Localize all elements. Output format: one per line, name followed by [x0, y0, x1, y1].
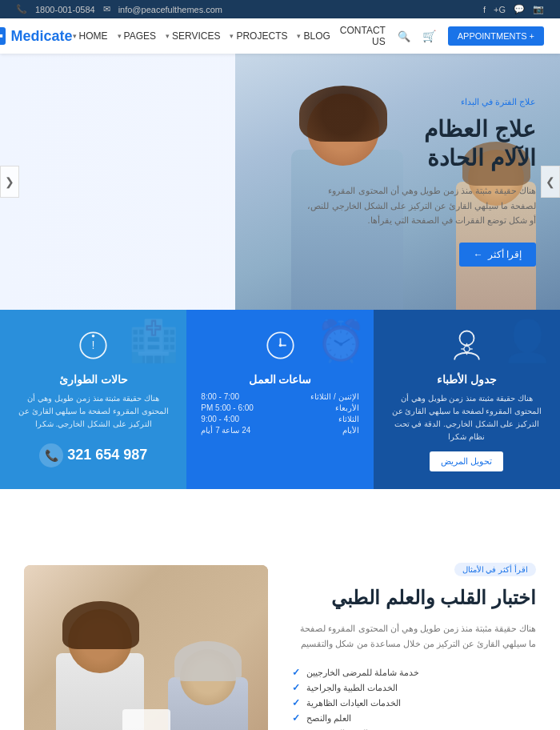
- nav-blog[interactable]: BLOG ▾: [297, 30, 330, 42]
- emergency-bg-icon: 🏥: [129, 318, 178, 364]
- checklist-item-3: الخدمات العيادات الظاهرية ✓: [292, 697, 536, 708]
- nav-right: + APPOINTMENTS 🛒 🔍 CONTACT US BLOG ▾ PRO…: [73, 25, 544, 47]
- hours-time-2: PM 5:00 - 6:00: [201, 403, 254, 412]
- svg-point-1: [464, 346, 470, 351]
- hours-table: الإثنين / الثلاثاء 7:00 - 8:00 الأربعاء …: [201, 392, 358, 435]
- cards-row: 👤 جدول الأطباء هناك حقيقة مثبتة منذ زمن …: [0, 310, 560, 489]
- svg-text:!: !: [92, 339, 95, 351]
- top-bar-right: info@peacefulthemes.com ✉ 1800-001-0584 …: [16, 4, 222, 14]
- working-hours-title: ساعات العمل: [201, 373, 358, 386]
- logo-text: Medicate: [10, 28, 72, 45]
- phone-circle-icon: 📞: [39, 443, 63, 467]
- hero-title-line2: الآلام الحادة: [427, 146, 536, 170]
- checklist-text-3: الخدمات العيادات الظاهرية: [306, 698, 401, 708]
- heart-checklist: خدمة شاملة للمرضى الخارجيين ✓ الخدمات ال…: [292, 667, 536, 730]
- hours-time-3: 4:00 - 9:00: [201, 415, 239, 423]
- doctor-schedule-card: 👤 جدول الأطباء هناك حقيقة مثبتة منذ زمن …: [374, 310, 560, 489]
- emergency-card: 🏥 ! حالات الطوارئ هناك حقيقة مثبتة منذ ز…: [0, 310, 186, 489]
- hero-content: علاج الفترة في البداء علاج العظام الآلام…: [280, 97, 560, 267]
- email-icon: ✉: [103, 4, 110, 14]
- hours-row-3: الثلاثاء 4:00 - 9:00: [201, 415, 358, 423]
- nav-links: CONTACT US BLOG ▾ PROJECTS ▾ SERVICES ▾ …: [73, 25, 386, 47]
- hours-day-4: الأيام: [342, 426, 359, 435]
- top-bar: 📷 💬 G+ f info@peacefulthemes.com ✉ 1800-…: [0, 0, 560, 18]
- emergency-desc: هناك حقيقة مثبتة منذ زمن طويل وهي أن الم…: [14, 392, 172, 431]
- doctor-schedule-title: جدول الأطباء: [388, 373, 546, 386]
- check-icon-1: ✓: [292, 667, 300, 678]
- hero-section: ❮ ❯ علاج الفترة في البداء علاج العظام ال…: [0, 54, 560, 310]
- doctor-schedule-btn[interactable]: تحويل المريض: [430, 451, 503, 471]
- hours-row-1: الإثنين / الثلاثاء 7:00 - 8:00: [201, 392, 358, 401]
- email-text: info@peacefulthemes.com: [118, 5, 222, 14]
- checklist-item-2: الخدمات الطبية والجراحية ✓: [292, 682, 536, 693]
- hero-label: علاج الفترة في البداء: [304, 97, 536, 107]
- doctor-schedule-desc: هناك حقيقة مثبتة منذ زمن طويل وهي أن الم…: [388, 392, 546, 443]
- check-icon-4: ✓: [292, 712, 300, 724]
- hero-title-line1: علاج العظام: [424, 117, 536, 142]
- hero-read-more-button[interactable]: إقرا أكثر ←: [459, 243, 536, 267]
- hours-day-1: الإثنين / الثلاثاء: [310, 392, 358, 401]
- heart-section-image: [24, 565, 268, 730]
- cart-icon[interactable]: 🛒: [422, 30, 436, 42]
- google-plus-icon[interactable]: G+: [494, 5, 506, 14]
- search-icon[interactable]: 🔍: [398, 30, 410, 42]
- check-icon-3: ✓: [292, 697, 300, 708]
- svg-point-12: [92, 335, 95, 338]
- checklist-item-1: خدمة شاملة للمرضى الخارجيين ✓: [292, 667, 536, 678]
- emergency-icon: !: [75, 327, 111, 363]
- heart-section-label: اقرأ أكثر في الأمثال: [454, 563, 536, 576]
- doctor-icon: [449, 327, 485, 363]
- heart-section-desc: هناك حقيقة مثبتة منذ زمن طويل وهي أن الم…: [292, 621, 536, 653]
- card-bg-icon: 👤: [502, 318, 552, 364]
- nav-services[interactable]: SERVICES ▾: [166, 30, 220, 42]
- checklist-text-4: العلم والنصح: [306, 713, 351, 724]
- emergency-title: حالات الطوارئ: [14, 373, 172, 386]
- checklist-text-1: خدمة شاملة للمرضى الخارجيين: [306, 668, 419, 678]
- hours-time-4: 24 ساعة 7 أيام: [201, 426, 250, 435]
- navbar: + APPOINTMENTS 🛒 🔍 CONTACT US BLOG ▾ PRO…: [0, 18, 560, 54]
- hero-btn-label: إقرا أكثر: [488, 249, 522, 260]
- check-icon-2: ✓: [292, 682, 300, 693]
- top-bar-left: 📷 💬 G+ f: [483, 4, 544, 14]
- heart-test-section: اقرأ أكثر في الأمثال اختبار القلب والعلم…: [0, 521, 560, 730]
- hours-bg-icon: ⏰: [316, 318, 366, 364]
- hero-btn-arrow: ←: [474, 249, 483, 260]
- logo-cross-icon: ✚: [0, 27, 6, 45]
- emergency-phone: 321 654 987: [67, 447, 147, 463]
- nav-contact[interactable]: CONTACT US: [340, 25, 386, 47]
- nav-projects[interactable]: PROJECTS ▾: [230, 30, 287, 42]
- nav-home[interactable]: HOME ▾: [73, 30, 108, 42]
- hero-next-button[interactable]: ❯: [541, 166, 560, 198]
- nav-pages[interactable]: PAGES ▾: [118, 30, 156, 42]
- phone-icon: 📞: [16, 4, 27, 14]
- messenger-icon[interactable]: 💬: [514, 4, 525, 14]
- phone-text: 1800-001-0584: [35, 5, 95, 14]
- instagram-icon[interactable]: 📷: [533, 4, 544, 14]
- appointments-button[interactable]: + APPOINTMENTS: [448, 26, 544, 46]
- clock-icon: [262, 327, 298, 363]
- hours-day-3: الثلاثاء: [338, 415, 359, 423]
- hours-time-1: 7:00 - 8:00: [201, 392, 239, 401]
- hours-row-4: الأيام 24 ساعة 7 أيام: [201, 426, 358, 435]
- heart-test-content: اقرأ أكثر في الأمثال اختبار القلب والعلم…: [292, 561, 536, 730]
- hero-title: علاج العظام الآلام الحادة: [304, 115, 536, 174]
- svg-point-0: [459, 331, 474, 346]
- hours-row-2: الأربعاء PM 5:00 - 6:00: [201, 403, 358, 412]
- facebook-icon[interactable]: f: [483, 5, 486, 14]
- hours-day-2: الأربعاء: [335, 403, 359, 412]
- checklist-text-2: الخدمات الطبية والجراحية: [306, 683, 398, 693]
- svg-point-9: [278, 344, 282, 347]
- hero-prev-button[interactable]: ❮: [0, 166, 19, 198]
- heart-section-title: اختبار القلب والعلم الطبي: [292, 584, 536, 612]
- logo[interactable]: Medicate ✚: [0, 27, 73, 45]
- hero-description: هناك حقيقة مثبتة منذ زمن طويل وهي أن الم…: [304, 183, 536, 228]
- working-hours-card: ⏰ ساعات العمل الإثنين / الثلاثاء 7:00 - …: [186, 310, 373, 489]
- checklist-item-4: العلم والنصح ✓: [292, 712, 536, 724]
